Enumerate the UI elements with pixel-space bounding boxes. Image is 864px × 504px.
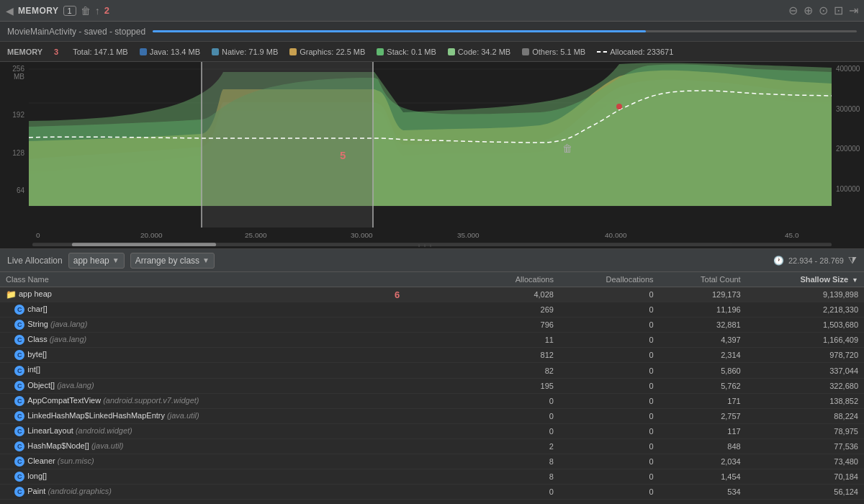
export-icon[interactable]: ↑: [95, 5, 100, 17]
allocation-table: Class Name Allocations Deallocations Tot…: [0, 272, 864, 500]
svg-text:25.000: 25.000: [245, 231, 267, 239]
col-shallow-size[interactable]: Shallow Size ▼: [747, 272, 864, 287]
cell-deallocations: 0: [559, 393, 660, 408]
cell-allocations: 8: [475, 469, 559, 485]
package-name: (android.support.v7.widget): [103, 396, 199, 405]
cell-class-name: CLinkedHashMap$LinkedHashMapEntry (java.…: [0, 408, 475, 423]
memory-header: MEMORY 3 Total: 147.1 MB Java: 13.4 MB N…: [0, 42, 864, 62]
table-row[interactable]: CCleaner (sun.misc)802,03473,480: [0, 454, 864, 469]
arrange-dropdown[interactable]: Arrange by class ▼: [130, 253, 215, 269]
table-row[interactable]: CString (java.lang)796032,8811,503,680: [0, 318, 864, 333]
cell-deallocations: 0: [559, 287, 660, 302]
class-icon: C: [14, 396, 24, 406]
memory-chart-svg: 🗑 5: [0, 62, 864, 228]
badge-3: 3: [54, 48, 58, 56]
table-row[interactable]: CHashMap$Node[] (java.util)2084877,536: [0, 438, 864, 454]
frame-icon[interactable]: ⊡: [834, 4, 843, 17]
cell-shallow-size: 138,852: [747, 393, 864, 408]
cell-deallocations: 0: [559, 348, 660, 363]
cell-total-count: 117: [660, 423, 747, 438]
class-icon: C: [14, 441, 24, 451]
delete-icon[interactable]: 🗑: [81, 5, 91, 17]
expand-icon[interactable]: ⇥: [849, 4, 858, 17]
cell-shallow-size: 1,166,409: [747, 333, 864, 348]
cell-shallow-size: 322,680: [747, 378, 864, 393]
cell-class-name: CString (java.lang): [0, 318, 475, 333]
cell-shallow-size: 56,124: [747, 485, 864, 500]
class-name: AppCompatTextView: [27, 396, 101, 405]
cell-allocations: 4,028: [475, 287, 559, 302]
table-container[interactable]: Class Name Allocations Deallocations Tot…: [0, 272, 864, 504]
cell-shallow-size: 9,139,898: [747, 287, 864, 302]
cell-shallow-size: 88,224: [747, 408, 864, 423]
cell-shallow-size: 978,720: [747, 348, 864, 363]
cell-class-name: CPaint (android.graphics): [0, 485, 475, 500]
package-name: (java.lang): [57, 381, 94, 390]
table-row[interactable]: CLinkedHashMap$LinkedHashMapEntry (java.…: [0, 408, 864, 423]
y-label-256: 256 MB: [1, 65, 27, 81]
stack-dot: [377, 48, 384, 55]
back-button[interactable]: ◀: [6, 5, 14, 17]
class-name: int[]: [27, 365, 40, 374]
cell-total-count: 2,034: [660, 454, 747, 469]
heap-dropdown-value: app heap: [73, 256, 109, 266]
cell-deallocations: 0: [559, 363, 660, 378]
legend-java: Java: 13.4 MB: [140, 48, 200, 56]
y-label-128: 128: [1, 149, 27, 157]
class-icon: C: [14, 366, 24, 376]
cell-class-name: CAppCompatTextView (android.support.v7.w…: [0, 393, 475, 408]
cell-shallow-size: 337,044: [747, 363, 864, 378]
table-row[interactable]: CLinearLayout (android.widget)0011778,97…: [0, 423, 864, 438]
class-name: Paint: [27, 487, 45, 495]
table-row[interactable]: Cbyte[]81202,314978,720: [0, 348, 864, 363]
y-label-64: 64: [1, 186, 27, 194]
svg-text:0: 0: [36, 231, 40, 239]
cell-deallocations: 0: [559, 333, 660, 348]
cell-class-name: CCleaner (sun.misc): [0, 454, 475, 469]
r-label-300k: 300000: [833, 105, 863, 113]
table-row[interactable]: CPaint (android.graphics)0053456,124: [0, 485, 864, 500]
zoom-out-icon[interactable]: ⊖: [788, 4, 798, 17]
svg-text:⋮⋮⋮: ⋮⋮⋮: [416, 243, 433, 248]
cell-class-name: Cint[]: [0, 363, 475, 378]
session-progress-fill: [153, 30, 646, 32]
cell-shallow-size: 78,975: [747, 423, 864, 438]
table-row[interactable]: CClass (java.lang)1104,3971,166,409: [0, 333, 864, 348]
table-row[interactable]: CObject[] (java.lang)19505,762322,680: [0, 378, 864, 393]
class-name: String: [27, 320, 48, 328]
col-allocations[interactable]: Allocations: [475, 272, 559, 287]
col-deallocations[interactable]: Deallocations: [559, 272, 660, 287]
chart-area[interactable]: 256 MB 192 128 64 400000 300000 200000 1…: [0, 62, 864, 228]
total-label: Total: 147.1 MB: [73, 48, 127, 56]
toolbar-right-icons: ⊖ ⊕ ⊙ ⊡ ⇥: [788, 4, 858, 17]
col-total-count[interactable]: Total Count: [660, 272, 747, 287]
cell-allocations: 0: [475, 408, 559, 423]
heap-dropdown[interactable]: app heap ▼: [68, 253, 125, 269]
table-row[interactable]: Cint[]8205,860337,044: [0, 363, 864, 378]
r-label-100k: 100000: [833, 185, 863, 193]
class-icon: C: [14, 426, 24, 436]
cell-class-name: CHashMap$Node[] (java.util): [0, 438, 475, 454]
table-row[interactable]: Clong[]801,45470,184: [0, 469, 864, 485]
class-name: Object[]: [27, 381, 55, 390]
table-row[interactable]: Cchar[]269011,1962,218,330: [0, 302, 864, 318]
class-name: LinkedHashMap$LinkedHashMapEntry: [27, 411, 165, 420]
cell-shallow-size: 73,480: [747, 454, 864, 469]
col-class-name[interactable]: Class Name: [0, 272, 475, 287]
chart-yaxis: 256 MB 192 128 64: [0, 62, 29, 228]
filter-icon[interactable]: ⧩: [848, 254, 857, 266]
svg-text:30.000: 30.000: [351, 231, 373, 239]
xaxis-container: 0 20.000 25.000 30.000 35.000 40.000 45.…: [0, 228, 864, 249]
chart-trash-icon[interactable]: 🗑: [562, 143, 572, 154]
svg-rect-6: [202, 62, 373, 228]
zoom-in-icon[interactable]: ⊕: [804, 4, 813, 17]
table-row[interactable]: CAppCompatTextView (android.support.v7.w…: [0, 393, 864, 408]
class-icon: C: [14, 411, 24, 421]
toolbar: ◀ MEMORY 1 🗑 ↑ 2 ⊖ ⊕ ⊙ ⊡ ⇥: [0, 0, 864, 22]
cell-class-name: 📁app heap6: [0, 287, 475, 302]
table-row[interactable]: 📁app heap64,0280129,1739,139,898: [0, 287, 864, 302]
cell-deallocations: 0: [559, 423, 660, 438]
cell-deallocations: 0: [559, 318, 660, 333]
native-label: Native: 71.9 MB: [222, 48, 278, 56]
reset-zoom-icon[interactable]: ⊙: [819, 4, 828, 17]
